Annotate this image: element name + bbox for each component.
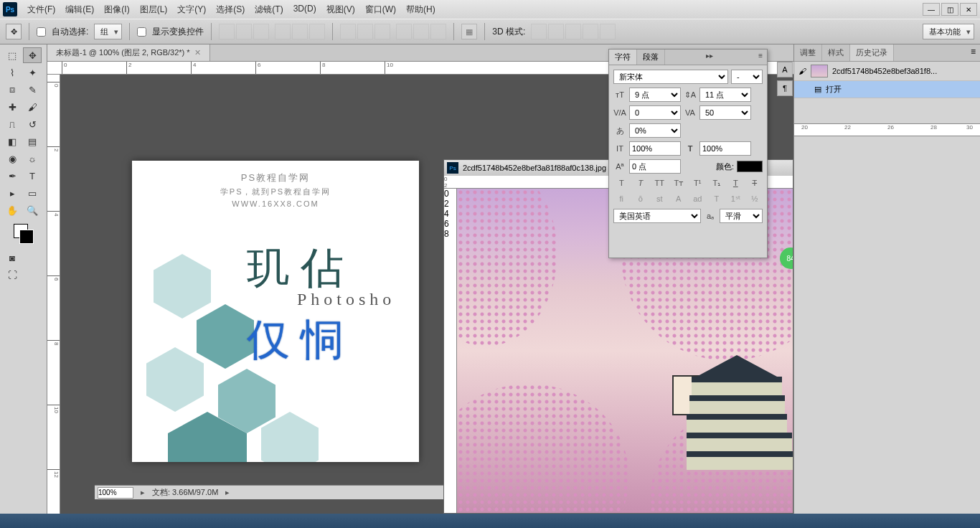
superscript-icon[interactable]: T¹ bbox=[690, 179, 705, 188]
menu-help[interactable]: 帮助(H) bbox=[402, 2, 440, 17]
move-tool-icon[interactable]: ✥ bbox=[6, 24, 22, 39]
character-panel-icon[interactable]: A bbox=[777, 62, 793, 77]
strikethrough-icon[interactable]: T bbox=[748, 179, 762, 188]
menu-3d[interactable]: 3D(D) bbox=[289, 2, 321, 17]
auto-select-dropdown[interactable]: 组 bbox=[94, 24, 122, 39]
menu-window[interactable]: 窗口(W) bbox=[361, 2, 400, 17]
os-taskbar[interactable] bbox=[0, 514, 980, 528]
zoom-arrow-icon[interactable]: ▸ bbox=[141, 488, 145, 497]
allcaps-icon[interactable]: TT bbox=[652, 179, 666, 188]
kerning-select[interactable]: 0 bbox=[629, 105, 681, 120]
pen-tool-icon[interactable]: ✒ bbox=[3, 168, 22, 184]
distribute-icon[interactable] bbox=[340, 24, 356, 39]
underline-icon[interactable]: T bbox=[728, 179, 743, 188]
subscript-icon[interactable]: T₁ bbox=[710, 179, 724, 188]
distribute-icon[interactable] bbox=[357, 24, 373, 39]
menu-layer[interactable]: 图层(L) bbox=[136, 2, 172, 17]
styles-tab[interactable]: 样式 bbox=[822, 44, 850, 61]
distribute-icon[interactable] bbox=[396, 24, 412, 39]
magic-wand-tool-icon[interactable]: ✦ bbox=[23, 65, 42, 80]
paragraph-panel-icon[interactable]: ¶ bbox=[777, 80, 793, 96]
shape-tool-icon[interactable]: ▭ bbox=[23, 185, 42, 201]
align-icon[interactable] bbox=[219, 24, 235, 39]
distribute-icon[interactable] bbox=[374, 24, 390, 39]
history-brush-tool-icon[interactable]: ↺ bbox=[23, 116, 42, 132]
font-size-select[interactable]: 9 点 bbox=[629, 88, 681, 102]
maximize-button[interactable]: ◫ bbox=[941, 3, 958, 16]
fractions-icon[interactable]: 1ˢᵗ bbox=[728, 194, 743, 204]
canvas-document-1[interactable]: PS教程自学网 学PS，就到PS教程自学网 WWW.16XX8.COM 玑 佔 … bbox=[132, 161, 419, 462]
3d-icon[interactable] bbox=[583, 24, 598, 39]
float-vertical-ruler[interactable]: 02468 bbox=[444, 189, 457, 513]
crop-tool-icon[interactable]: ⧈ bbox=[3, 82, 22, 98]
history-state[interactable]: ▤ 打开 bbox=[794, 81, 980, 98]
antialias-select[interactable]: 平滑 bbox=[720, 209, 763, 223]
panel-menu-icon[interactable]: ≡ bbox=[966, 44, 980, 61]
history-snapshot[interactable]: 🖌 2cdf51748b452e8bef3a81f8... bbox=[794, 62, 980, 81]
minimize-button[interactable]: — bbox=[923, 3, 940, 16]
blur-tool-icon[interactable]: ◉ bbox=[3, 151, 22, 166]
show-transform-checkbox[interactable] bbox=[137, 27, 146, 37]
align-icon[interactable] bbox=[236, 24, 252, 39]
menu-type[interactable]: 文字(Y) bbox=[173, 2, 210, 17]
3d-icon[interactable] bbox=[565, 24, 581, 39]
vscale-input[interactable] bbox=[629, 141, 681, 156]
move-tool-icon[interactable]: ✥ bbox=[23, 47, 42, 63]
status-arrow-icon[interactable]: ▸ bbox=[225, 488, 230, 497]
paragraph-tab[interactable]: 段落 bbox=[637, 50, 665, 65]
hscale-input[interactable] bbox=[699, 141, 751, 156]
distribute-icon[interactable] bbox=[430, 24, 446, 39]
character-panel[interactable]: 字符 段落 ▸▸ ≡ 新宋体 - тT 9 点 ⇕A 11 点 V/A 0 VA… bbox=[608, 49, 768, 258]
zoom-input[interactable] bbox=[98, 487, 133, 499]
brush-tool-icon[interactable]: 🖌 bbox=[23, 99, 42, 115]
faux-italic-icon[interactable]: T bbox=[633, 179, 648, 188]
swash-icon[interactable]: st bbox=[652, 194, 666, 204]
font-style-select[interactable]: - bbox=[731, 70, 763, 84]
character-tab[interactable]: 字符 bbox=[609, 50, 637, 65]
gradient-tool-icon[interactable]: ▤ bbox=[23, 133, 42, 149]
titling-icon[interactable]: ad bbox=[690, 194, 705, 204]
ordinals-icon[interactable]: T bbox=[710, 194, 724, 204]
faux-bold-icon[interactable]: T bbox=[614, 179, 628, 188]
auto-select-checkbox[interactable] bbox=[37, 27, 46, 37]
hand-tool-icon[interactable]: ✋ bbox=[3, 202, 22, 218]
screenmode-icon[interactable]: ⛶ bbox=[3, 267, 22, 283]
smallcaps-icon[interactable]: Tᴛ bbox=[672, 179, 686, 188]
text-color-swatch[interactable] bbox=[737, 161, 763, 172]
leading-select[interactable]: 11 点 bbox=[699, 88, 751, 102]
menu-edit[interactable]: 编辑(E) bbox=[61, 2, 98, 17]
stamp-tool-icon[interactable]: ⎍ bbox=[3, 116, 22, 132]
align-icon[interactable] bbox=[275, 24, 291, 39]
background-color-icon[interactable] bbox=[19, 230, 34, 244]
history-tab[interactable]: 历史记录 bbox=[850, 44, 894, 61]
color-swatch[interactable] bbox=[14, 224, 34, 244]
type-tool-icon[interactable]: T bbox=[23, 168, 42, 184]
font-family-select[interactable]: 新宋体 bbox=[613, 70, 728, 84]
align-icon[interactable] bbox=[309, 24, 325, 39]
tsume-select[interactable]: 0% bbox=[629, 123, 681, 138]
menu-filter[interactable]: 滤镜(T) bbox=[250, 2, 287, 17]
marquee-tool-icon[interactable]: ⬚ bbox=[3, 47, 22, 63]
workspace-switcher[interactable]: 基本功能 bbox=[923, 24, 974, 39]
stylistic-icon[interactable]: A bbox=[672, 194, 686, 204]
quickmask-icon[interactable]: ◙ bbox=[3, 250, 22, 265]
adjustments-tab[interactable]: 调整 bbox=[794, 44, 822, 61]
align-icon[interactable] bbox=[253, 24, 269, 39]
menu-view[interactable]: 视图(V) bbox=[322, 2, 359, 17]
healing-brush-tool-icon[interactable]: ✚ bbox=[3, 99, 22, 115]
path-select-tool-icon[interactable]: ▸ bbox=[3, 185, 22, 201]
dodge-tool-icon[interactable]: ☼ bbox=[23, 151, 42, 166]
ligature-icon[interactable]: fi bbox=[614, 194, 628, 204]
document-tab[interactable]: 未标题-1 @ 100% (图层 2, RGB/32*) *✕ bbox=[47, 44, 210, 61]
language-select[interactable]: 美国英语 bbox=[613, 209, 701, 223]
baseline-input[interactable] bbox=[629, 159, 681, 174]
close-button[interactable]: ✕ bbox=[960, 3, 977, 16]
align-icon[interactable] bbox=[292, 24, 308, 39]
panel-menu-icon[interactable]: ≡ bbox=[754, 50, 767, 65]
menu-file[interactable]: 文件(F) bbox=[23, 2, 60, 17]
half-icon[interactable]: ½ bbox=[748, 194, 762, 204]
lasso-tool-icon[interactable]: ⌇ bbox=[3, 65, 22, 80]
3d-icon[interactable] bbox=[531, 24, 547, 39]
menu-image[interactable]: 图像(I) bbox=[100, 2, 133, 17]
close-icon[interactable]: ✕ bbox=[194, 48, 201, 57]
